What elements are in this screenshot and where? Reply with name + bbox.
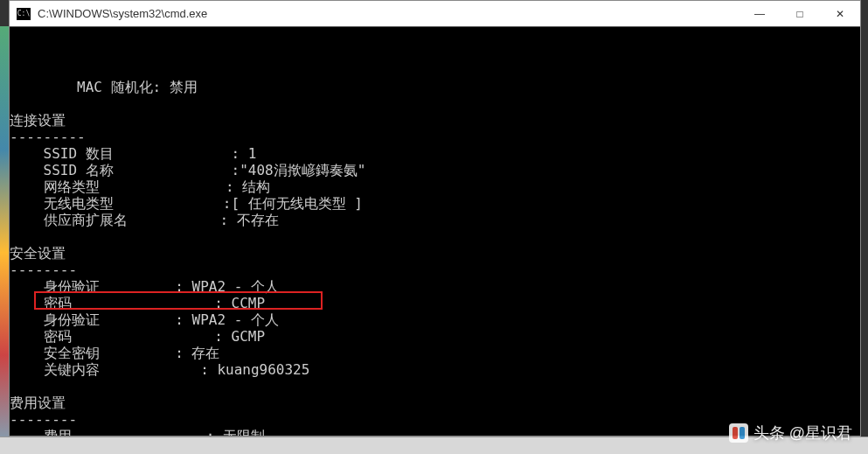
watermark: 头条 @星识君 — [729, 423, 852, 444]
terminal-line: 密码 : GCMP — [10, 328, 860, 345]
terminal-line: 连接设置 — [10, 112, 860, 129]
terminal-line — [10, 228, 860, 245]
window-title: C:\WINDOWS\system32\cmd.exe — [38, 7, 740, 20]
terminal-line: 身份验证 : WPA2 - 个人 — [10, 311, 860, 328]
terminal-line: -------- — [10, 262, 860, 278]
cmd-window: C:\ C:\WINDOWS\system32\cmd.exe — □ ✕ MA… — [9, 0, 861, 437]
terminal-line: 关键内容 : kuang960325 — [10, 361, 860, 378]
terminal-line: 安全设置 — [10, 245, 860, 262]
terminal-line: 安全密钥 : 存在 — [10, 345, 860, 361]
terminal-line: 身份验证 : WPA2 - 个人 — [10, 278, 860, 295]
terminal-line: 密码 : CCMP — [10, 295, 860, 311]
terminal-line: 供应商扩展名 : 不存在 — [10, 212, 860, 228]
terminal-line — [10, 95, 860, 112]
window-controls: — □ ✕ — [740, 1, 860, 26]
titlebar[interactable]: C:\ C:\WINDOWS\system32\cmd.exe — □ ✕ — [10, 1, 860, 27]
terminal-line: SSID 名称 :"408涓揿嵃鏄奏氨" — [10, 162, 860, 178]
terminal-output[interactable]: MAC 随机化: 禁用 连接设置--------- SSID 数目 : 1 SS… — [10, 27, 860, 436]
maximize-button[interactable]: □ — [780, 1, 820, 26]
terminal-line: SSID 数目 : 1 — [10, 145, 860, 162]
toutiao-logo-icon — [729, 423, 748, 443]
terminal-line: MAC 随机化: 禁用 — [10, 79, 860, 95]
close-button[interactable]: ✕ — [820, 1, 860, 26]
minimize-button[interactable]: — — [740, 1, 780, 26]
terminal-line: 网络类型 : 结构 — [10, 178, 860, 195]
terminal-line: 无线电类型 :[ 任何无线电类型 ] — [10, 195, 860, 212]
desktop-side-strip — [0, 26, 9, 437]
terminal-line — [10, 378, 860, 395]
terminal-line: 费用设置 — [10, 395, 860, 411]
watermark-text: 头条 @星识君 — [753, 423, 852, 444]
terminal-line: --------- — [10, 129, 860, 145]
cmd-icon: C:\ — [17, 8, 31, 20]
